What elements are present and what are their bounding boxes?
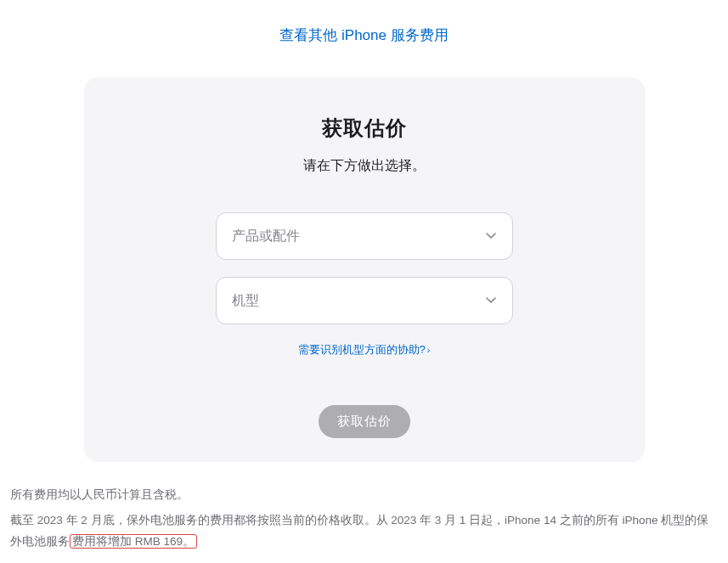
chevron-down-icon: [485, 230, 497, 242]
model-select[interactable]: 机型: [216, 277, 513, 324]
get-estimate-button[interactable]: 获取估价: [319, 405, 410, 438]
help-identify-model-row: 需要识别机型方面的协助?›: [101, 341, 628, 358]
model-select-placeholder: 机型: [232, 292, 259, 310]
help-identify-model-link[interactable]: 需要识别机型方面的协助?›: [298, 343, 431, 356]
footer-price-highlight: 费用将增加 RMB 169。: [70, 534, 197, 549]
product-select-placeholder: 产品或配件: [232, 228, 300, 245]
top-other-services-link: 查看其他 iPhone 服务费用: [0, 25, 728, 45]
chevron-down-icon: [485, 295, 497, 307]
estimate-card: 获取估价 请在下方做出选择。 产品或配件 机型 需要识别机型方面的协助?› 获取…: [84, 77, 645, 462]
card-subtitle: 请在下方做出选择。: [101, 157, 628, 175]
product-select[interactable]: 产品或配件: [216, 212, 513, 260]
footer-price-change-note: 截至 2023 年 2 月底，保外电池服务的费用都将按照当前的价格收取。从 20…: [10, 510, 715, 553]
help-identify-model-label: 需要识别机型方面的协助?: [298, 343, 426, 356]
card-title: 获取估价: [101, 115, 628, 142]
footer-tax-note: 所有费用均以人民币计算且含税。: [10, 484, 715, 506]
view-other-iphone-service-link[interactable]: 查看其他 iPhone 服务费用: [279, 27, 448, 43]
footer-notes: 所有费用均以人民币计算且含税。 截至 2023 年 2 月底，保外电池服务的费用…: [10, 484, 715, 553]
chevron-right-icon: ›: [427, 345, 431, 355]
